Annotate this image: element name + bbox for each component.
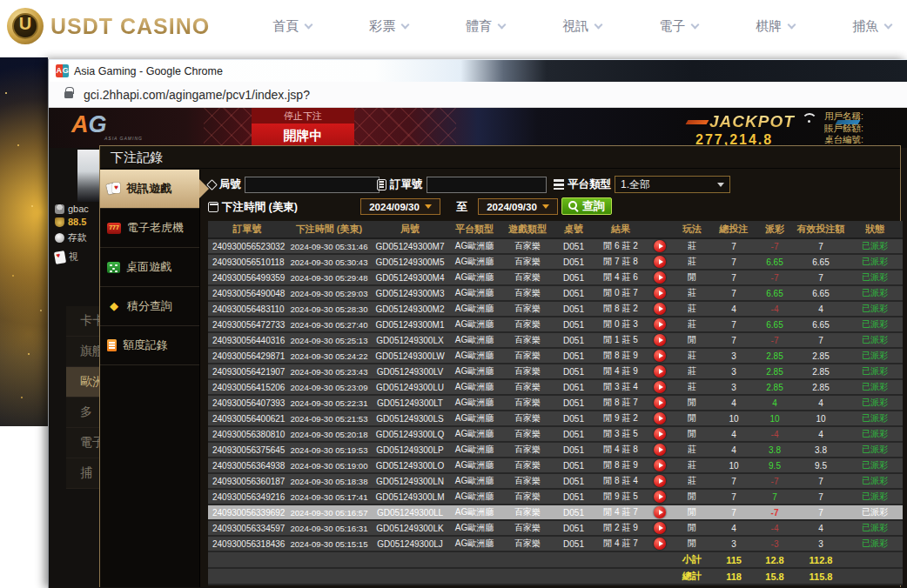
table-row[interactable]: 2409300564298712024-09-30 05:24:22GD0512… — [208, 348, 903, 364]
cell-valid: 4 — [795, 395, 847, 411]
cell-playtype: 莊 — [671, 379, 713, 395]
table-row[interactable]: 2409300563601872024-09-30 05:18:38GD0512… — [208, 473, 903, 489]
table-row[interactable]: 2409300564006212024-09-30 05:21:53GD0512… — [208, 411, 903, 426]
deposit-line[interactable]: 存款 — [55, 231, 87, 244]
table-row[interactable]: 2409300563345972024-09-30 05:16:31GD0512… — [208, 520, 903, 536]
table-row[interactable]: 2409300564831102024-09-30 05:28:30GD0512… — [208, 301, 903, 317]
video-line[interactable]: 視 — [55, 251, 78, 264]
cell-playtype: 莊 — [671, 238, 713, 254]
total-status-empty — [847, 551, 903, 568]
panel-menu-item-4[interactable]: 額度記錄 — [100, 326, 199, 365]
panel-menu-item-2[interactable]: 桌面遊戲 — [100, 248, 199, 287]
play-button[interactable] — [654, 334, 666, 346]
cell-tableno: D051 — [554, 317, 593, 332]
panel-menu-item-3[interactable]: 積分查詢 — [100, 287, 199, 326]
column-header-10: 派彩 — [755, 221, 795, 238]
play-button[interactable] — [654, 271, 666, 284]
date-from-picker[interactable]: 2024/09/30 — [360, 198, 440, 215]
date-to-picker[interactable]: 2024/09/30 — [478, 198, 558, 215]
table-row[interactable]: 2409300564219072024-09-30 05:23:43GD0512… — [208, 364, 903, 379]
table-row[interactable]: 2409300563396922024-09-30 05:16:57GD0512… — [208, 504, 903, 520]
table-row[interactable]: 2409300564993592024-09-30 05:29:48GD0512… — [208, 270, 903, 285]
nav-item-1[interactable]: 彩票 — [369, 18, 408, 35]
table-row[interactable]: 2409300563756452024-09-30 05:19:53GD0512… — [208, 442, 903, 458]
cell-payout: -4 — [755, 426, 795, 442]
cell-time: 2024-09-30 05:24:22 — [286, 348, 372, 364]
round-label: 局號 — [219, 177, 241, 192]
nav-item-4[interactable]: 電子 — [659, 18, 698, 35]
play-button[interactable] — [654, 318, 666, 331]
play-button[interactable] — [654, 538, 666, 550]
table-row[interactable]: 2409300565101182024-09-30 05:30:43GD0512… — [208, 254, 903, 270]
cell-round: GD051249300M5 — [372, 254, 448, 270]
coin-icon — [55, 233, 64, 243]
play-button[interactable] — [654, 522, 666, 534]
play-button[interactable] — [654, 475, 666, 487]
cell-status: 已派彩 — [847, 317, 903, 332]
panel-menu-item-0[interactable]: 視訊遊戲 — [100, 170, 199, 209]
panel-menu-item-1[interactable]: 電子老虎機 — [100, 209, 199, 248]
table-row[interactable]: 2409300564152062024-09-30 05:23:09GD0512… — [208, 379, 903, 395]
nav-item-label: 捕魚 — [852, 18, 878, 35]
nav-item-0[interactable]: 首頁 — [272, 18, 312, 35]
cell-payout: 6.65 — [755, 285, 795, 301]
table-status-banner: 停止下注 開牌中 — [252, 108, 354, 148]
site-logo[interactable]: U USDT CASINO — [7, 8, 210, 44]
table-row[interactable]: 2409300564403162024-09-30 05:25:13GD0512… — [208, 332, 903, 348]
table-row[interactable]: 2409300563808102024-09-30 05:20:18GD0512… — [208, 426, 903, 442]
round-input[interactable] — [245, 177, 380, 193]
play-button[interactable] — [654, 506, 666, 518]
coin-letter: U — [7, 14, 44, 34]
cell-result: 閒 0 莊 3 — [593, 317, 648, 332]
play-button[interactable] — [654, 287, 666, 299]
play-button[interactable] — [654, 303, 666, 315]
cell-result: 閒 8 莊 4 — [593, 473, 648, 489]
play-button[interactable] — [654, 350, 666, 362]
play-button[interactable] — [654, 428, 666, 440]
total-payout-value: 15.8 — [755, 568, 795, 585]
table-row[interactable]: 2409300564900482024-09-30 05:29:03GD0512… — [208, 285, 903, 301]
search-button[interactable]: 查詢 — [561, 197, 612, 215]
table-row[interactable]: 2409300563649382024-09-30 05:19:00GD0512… — [208, 458, 903, 473]
banner-dealing: 開牌中 — [252, 124, 354, 148]
cell-status: 已派彩 — [847, 301, 903, 317]
play-button[interactable] — [654, 365, 666, 378]
cell-order: 240930056440316 — [208, 332, 286, 348]
nav-item-5[interactable]: 棋牌 — [756, 18, 795, 35]
platform-select[interactable]: 1.全部 — [615, 176, 730, 193]
chrome-titlebar[interactable]: AG Asia Gaming - Google Chrome — [49, 59, 907, 82]
table-body: 2409300565230322024-09-30 05:31:46GD0512… — [208, 238, 903, 585]
play-button[interactable] — [654, 397, 666, 409]
cell-result: 閒 0 莊 7 — [593, 285, 648, 301]
to-label: 至 — [456, 199, 467, 215]
table-row[interactable]: 2409300564073932024-09-30 05:22:31GD0512… — [208, 395, 903, 411]
table-row[interactable]: 2409300565230322024-09-30 05:31:46GD0512… — [208, 238, 903, 254]
cell-playtype: 莊 — [671, 442, 713, 458]
search-button-label: 查詢 — [582, 198, 605, 214]
nav-item-6[interactable]: 捕魚 — [852, 18, 891, 35]
platform-label: 平台類型 — [568, 177, 611, 192]
play-button[interactable] — [654, 412, 666, 424]
play-button[interactable] — [654, 381, 666, 393]
play-button[interactable] — [654, 256, 666, 268]
play-button[interactable] — [654, 491, 666, 503]
cell-platform: AG歐洲廳 — [448, 301, 501, 317]
table-row[interactable]: 2409300564727332024-09-30 05:27:40GD0512… — [208, 317, 903, 332]
cell-valid: 6.65 — [795, 317, 847, 332]
nav-item-3[interactable]: 視訊 — [562, 18, 601, 35]
play-button[interactable] — [654, 240, 666, 252]
table-row[interactable]: 2409300563492162024-09-30 05:17:41GD0512… — [208, 489, 903, 504]
cell-time: 2024-09-30 05:22:31 — [286, 395, 372, 411]
play-button[interactable] — [654, 444, 666, 456]
table-row[interactable]: 2409300563184362024-09-30 05:15:15GD0512… — [208, 536, 903, 551]
order-input[interactable] — [427, 177, 547, 193]
cell-tableno: D051 — [554, 301, 593, 317]
cell-status: 已派彩 — [847, 473, 903, 489]
nav-item-2[interactable]: 體育 — [466, 18, 505, 35]
platform-select-value: 1.全部 — [621, 177, 650, 192]
cell-time: 2024-09-30 05:17:41 — [286, 489, 372, 504]
cell-valid: 4 — [795, 426, 847, 442]
cell-result: 閒 4 莊 7 — [593, 536, 648, 551]
chrome-urlbar[interactable]: gci.2hhapi.com/agingame/pcv1/index.jsp? — [49, 82, 907, 108]
play-button[interactable] — [654, 459, 666, 471]
